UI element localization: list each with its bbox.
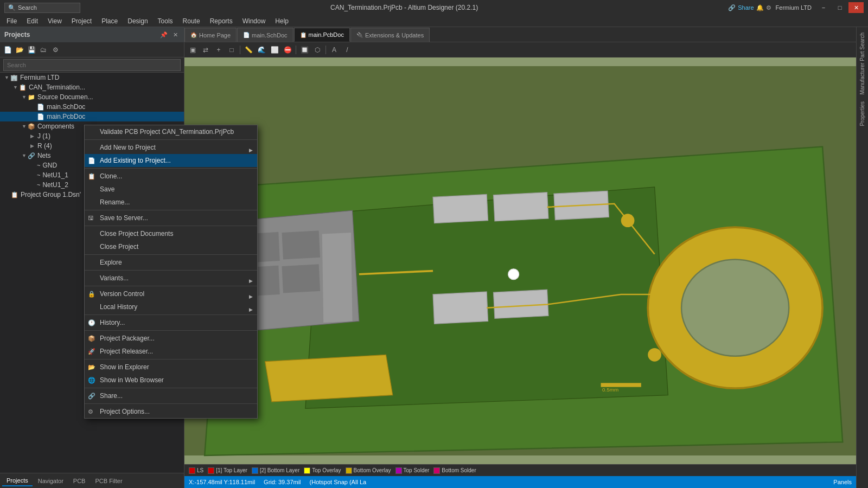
menu-window[interactable]: Window	[238, 16, 270, 26]
menu-place[interactable]: Place	[97, 16, 122, 26]
svg-marker-9	[433, 194, 488, 223]
ctx-item-projectOptions[interactable]: ⚙ Project Options...	[85, 405, 257, 418]
layer-ls[interactable]: LS	[189, 467, 203, 474]
layer-top-overlay[interactable]: Top Overlay	[304, 467, 341, 474]
search-input[interactable]	[3, 59, 181, 71]
ctx-item-showInExplorer[interactable]: 📂 Show in Explorer	[85, 361, 257, 374]
tree-item-can-termination---[interactable]: ▼ 📋 CAN_Termination...	[0, 82, 184, 92]
tab-main-pcbdoc[interactable]: 📋 main.PcbDoc	[294, 28, 350, 42]
ctx-separator-separator9	[85, 330, 257, 331]
close-button[interactable]: ✕	[848, 2, 864, 13]
ctx-item-rename[interactable]: Rename...	[85, 196, 257, 209]
tb-3d[interactable]: 🔲	[298, 44, 310, 56]
tab-navigator[interactable]: Navigator	[34, 476, 68, 486]
ctx-item-localHistory[interactable]: Local History	[85, 300, 257, 313]
menu-file[interactable]: File	[2, 16, 21, 26]
ctx-item-history[interactable]: 🕐 History...	[85, 316, 257, 329]
tree-item-main-pcbdoc[interactable]: 📄 main.PcbDoc	[0, 112, 184, 121]
panel-pin-button[interactable]: 📌	[158, 31, 169, 39]
menu-tools[interactable]: Tools	[154, 16, 177, 26]
ctx-item-closeProjectDocs[interactable]: Close Project Documents	[85, 227, 257, 240]
minimize-button[interactable]: −	[816, 2, 831, 13]
panels-button[interactable]: Panels	[833, 479, 852, 485]
ctx-icon-versionControl: 🔒	[88, 291, 95, 298]
ctx-item-projectReleaser[interactable]: 🚀 Project Releaser...	[85, 345, 257, 358]
tab-projects[interactable]: Projects	[2, 476, 33, 486]
tb-flood[interactable]: 🌊	[256, 44, 267, 56]
tb-text[interactable]: A	[328, 44, 340, 56]
sidebar-properties[interactable]: Properties	[859, 98, 865, 130]
toolbar-new-btn[interactable]: 📄	[2, 44, 13, 55]
svg-marker-19	[265, 355, 393, 402]
pcb-view[interactable]: 0.5mm	[184, 57, 856, 464]
menu-help[interactable]: Help	[271, 16, 293, 26]
layer-bottom-overlay[interactable]: Bottom Overlay	[346, 467, 391, 474]
tb-select[interactable]: ▣	[187, 44, 199, 56]
ctx-item-closeProject[interactable]: Close Project	[85, 240, 257, 253]
ctx-item-versionControl[interactable]: 🔒 Version Control	[85, 287, 257, 300]
menu-view[interactable]: View	[43, 16, 66, 26]
tab-home-page[interactable]: 🏠 Home Page	[184, 28, 237, 42]
ctx-item-showInWebBrowser[interactable]: 🌐 Show in Web Browser	[85, 374, 257, 387]
layer-bottom-color	[252, 467, 258, 474]
tb-copper[interactable]: ⬜	[269, 44, 280, 56]
tab-main-schdoc[interactable]: 📄 main.SchDoc	[237, 28, 293, 42]
ctx-item-saveToServer[interactable]: 🖫 Save to Server...	[85, 211, 257, 224]
ctx-label-projectReleaser: Project Releaser...	[100, 348, 153, 355]
tb-measure[interactable]: 📏	[242, 44, 254, 56]
ctx-label-closeProject: Close Project	[100, 243, 138, 251]
svg-point-18	[648, 348, 661, 362]
ctx-item-variants[interactable]: Variants...	[85, 272, 257, 285]
layer-bottom-solder[interactable]: Bottom Solder	[433, 467, 476, 474]
tab-pcb[interactable]: PCB	[69, 476, 90, 486]
menu-design[interactable]: Design	[123, 16, 152, 26]
tb-line[interactable]: /	[341, 44, 353, 56]
menu-route[interactable]: Route	[178, 16, 205, 26]
title-search-box[interactable]: 🔍 Search	[4, 3, 80, 13]
toolbar-open-btn[interactable]: 📂	[14, 44, 25, 55]
tb-component[interactable]: ⬡	[311, 44, 323, 56]
tree-arrow: ▼	[22, 153, 27, 158]
layer-top-color	[208, 467, 214, 474]
ctx-item-share[interactable]: 🔗 Share...	[85, 389, 257, 402]
ctx-label-rename: Rename...	[100, 198, 130, 206]
ctx-item-addNew[interactable]: Add New to Project	[85, 141, 257, 154]
tb-route[interactable]: ⇄	[200, 44, 212, 56]
tree-item-label: main.SchDoc	[47, 103, 85, 111]
tree-item-fermium-ltd[interactable]: ▼ 🏢 Fermium LTD	[0, 73, 184, 82]
window-controls[interactable]: − □ ✕	[816, 2, 864, 13]
toolbar-save-btn[interactable]: 💾	[26, 44, 37, 55]
layer-top[interactable]: [1] Top Layer	[208, 467, 247, 474]
ctx-item-save[interactable]: Save	[85, 183, 257, 196]
layer-top-label: [1] Top Layer	[216, 467, 247, 473]
tab-extensions[interactable]: 🔌 Extensions & Updates	[350, 28, 430, 42]
ctx-item-clone[interactable]: 📋 Clone...	[85, 170, 257, 183]
menu-edit[interactable]: Edit	[22, 16, 42, 26]
ctx-item-explore[interactable]: Explore	[85, 256, 257, 269]
svg-point-17	[621, 214, 635, 227]
tree-item-main-schdoc[interactable]: 📄 main.SchDoc	[0, 102, 184, 112]
tree-item-label: CAN_Termination...	[29, 84, 85, 91]
toolbar-settings-btn[interactable]: ⚙	[50, 44, 61, 55]
sidebar-manufacturer-search[interactable]: Manufacturer Part Search	[859, 29, 865, 98]
tree-item-source-documen---[interactable]: ▼ 📁 Source Documen...	[0, 92, 184, 102]
toolbar-save-all-btn[interactable]: 🗂	[38, 44, 49, 55]
ctx-item-projectPackager[interactable]: 📦 Project Packager...	[85, 332, 257, 345]
tb-keepout[interactable]: ⛔	[282, 44, 293, 56]
panel-close-button[interactable]: ✕	[171, 31, 180, 39]
layer-bottom[interactable]: [2] Bottom Layer	[252, 467, 299, 474]
ctx-item-validate[interactable]: Validate PCB Project CAN_Termination.Prj…	[85, 125, 257, 138]
maximize-button[interactable]: □	[832, 2, 847, 13]
layer-top-solder[interactable]: Top Solder	[395, 467, 430, 474]
tab-pcb-filter[interactable]: PCB Filter	[91, 476, 126, 486]
ctx-label-closeProjectDocs: Close Project Documents	[100, 230, 173, 237]
menu-reports[interactable]: Reports	[206, 16, 237, 26]
tree-item-label: Source Documen...	[37, 93, 93, 101]
panel-toolbar: 📄 📂 💾 🗂 ⚙	[0, 42, 184, 57]
share-button[interactable]: Share	[738, 4, 754, 11]
tb-rect[interactable]: □	[226, 44, 238, 56]
tb-via[interactable]: +	[213, 44, 225, 56]
tree-arrow: ▼	[13, 85, 18, 90]
ctx-item-addExisting[interactable]: 📄 Add Existing to Project...	[85, 154, 257, 167]
menu-project[interactable]: Project	[67, 16, 96, 26]
